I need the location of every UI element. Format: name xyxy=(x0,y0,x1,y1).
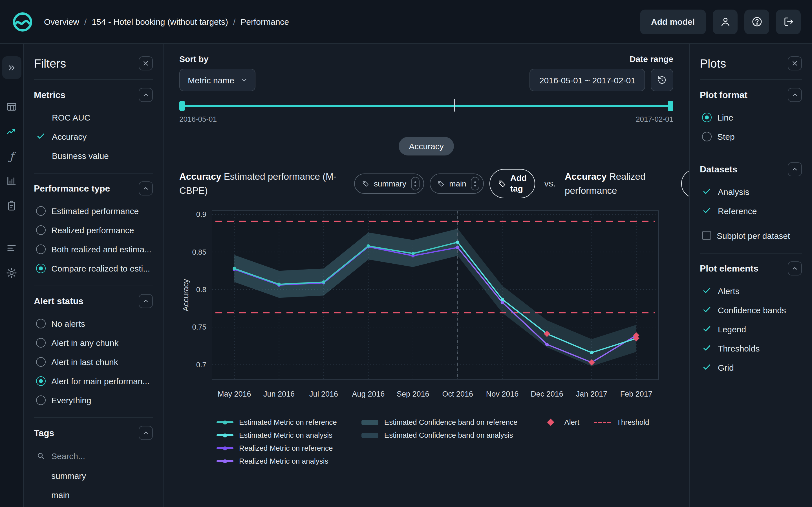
function-icon: ƒ xyxy=(10,151,13,162)
plot-format-option-line[interactable]: Line xyxy=(700,108,802,127)
plot-element-alerts[interactable]: Alerts xyxy=(700,281,802,300)
chevrons-right-icon xyxy=(7,63,16,72)
tag-pill-main[interactable]: main xyxy=(429,173,484,194)
tag-pill-handle xyxy=(471,177,479,190)
radio-icon xyxy=(36,395,46,405)
rail-summary-button[interactable] xyxy=(5,100,18,113)
add-model-button[interactable]: Add model xyxy=(640,9,706,34)
collapse-plot-format-button[interactable] xyxy=(788,88,802,102)
date-range-input[interactable]: 2016-05-01 ~ 2017-02-01 xyxy=(530,69,645,91)
rail-logs-button[interactable] xyxy=(5,242,18,255)
tag-pill-label: main xyxy=(449,179,466,188)
metric-pill[interactable]: Accuracy xyxy=(399,137,454,156)
tags-section-title: Tags xyxy=(34,428,54,438)
svg-text:0.8: 0.8 xyxy=(196,285,206,294)
alert-status-option[interactable]: Alert for main performan... xyxy=(34,371,153,390)
performance-type-option[interactable]: Estimated performance xyxy=(34,201,153,220)
breadcrumb-overview[interactable]: Overview xyxy=(44,17,79,26)
plot-format-option-step[interactable]: Step xyxy=(700,127,802,146)
radio-icon xyxy=(36,225,46,235)
user-account-button[interactable] xyxy=(713,9,738,34)
legend-item-alert: Alert xyxy=(542,418,579,427)
svg-text:Jan 2017: Jan 2017 xyxy=(576,390,607,398)
tag-pill-summary[interactable]: summary xyxy=(354,173,424,194)
svg-text:Oct 2016: Oct 2016 xyxy=(442,390,473,398)
toolbar: Sort by Metric name Date range 2016-05-0… xyxy=(179,54,673,91)
svg-text:Jul 2016: Jul 2016 xyxy=(309,390,338,398)
slider-end-date: 2017-02-01 xyxy=(636,115,673,123)
expand-sidebar-button[interactable] xyxy=(2,56,21,79)
rail-report-button[interactable] xyxy=(5,200,18,212)
performance-type-option[interactable]: Both realized and estima... xyxy=(34,239,153,259)
checkbox-icon xyxy=(702,231,711,240)
collapse-metrics-button[interactable] xyxy=(139,88,153,102)
plot-element-confidence-bands[interactable]: Confidence bands xyxy=(700,300,802,320)
rail-settings-button[interactable] xyxy=(5,267,18,279)
radio-icon xyxy=(36,357,46,367)
clipboard-icon xyxy=(6,200,17,212)
reset-date-range-button[interactable] xyxy=(651,69,673,91)
check-icon xyxy=(702,305,712,315)
divider xyxy=(700,154,802,154)
close-plots-button[interactable] xyxy=(788,56,802,70)
help-button[interactable] xyxy=(744,9,769,34)
metric-option-business-value[interactable]: Business value xyxy=(34,146,153,165)
svg-text:0.9: 0.9 xyxy=(196,210,206,219)
close-icon xyxy=(142,60,149,67)
sort-by-select[interactable]: Metric name xyxy=(179,69,255,91)
alert-status-option[interactable]: Alert in any chunk xyxy=(34,333,153,352)
alert-diamond-icon xyxy=(547,418,554,426)
breadcrumb-performance[interactable]: Performance xyxy=(241,17,289,26)
app-logo-icon[interactable] xyxy=(11,10,34,33)
chevron-up-icon xyxy=(142,91,149,99)
alert-status-option[interactable]: Alert in last chunk xyxy=(34,352,153,371)
tags-search-input[interactable] xyxy=(50,450,135,461)
metric-option-roc-auc[interactable]: ROC AUC xyxy=(34,108,153,127)
option-label: Step xyxy=(717,131,735,141)
performance-type-option[interactable]: Compare realized to esti... xyxy=(34,259,153,278)
collapse-alert-status-button[interactable] xyxy=(139,294,153,308)
slider-handle-end[interactable] xyxy=(668,101,673,111)
subplot-per-dataset-option[interactable]: Subplot per dataset xyxy=(700,226,802,245)
dataset-option-reference[interactable]: Reference xyxy=(700,201,802,220)
slider-track[interactable] xyxy=(179,105,673,107)
collapse-performance-type-button[interactable] xyxy=(139,181,153,195)
breadcrumb-model[interactable]: 154 - Hotel booking (without targets) xyxy=(92,17,228,26)
slider-handle-start[interactable] xyxy=(179,101,185,111)
metric-option-accuracy[interactable]: Accuracy xyxy=(34,127,153,146)
navbar-actions: Add model xyxy=(640,9,801,34)
check-icon xyxy=(702,186,712,196)
svg-text:Nov 2016: Nov 2016 xyxy=(486,390,519,398)
plot-element-thresholds[interactable]: Thresholds xyxy=(700,339,802,358)
legend-item: Estimated Confidence band on reference xyxy=(362,418,518,427)
collapse-datasets-button[interactable] xyxy=(788,162,802,176)
tag-filter-summary[interactable]: summary xyxy=(34,466,153,485)
rail-distribution-button[interactable] xyxy=(5,175,18,187)
plot-element-grid[interactable]: Grid xyxy=(700,358,802,377)
plot-element-legend[interactable]: Legend xyxy=(700,320,802,339)
rail-performance-button[interactable] xyxy=(5,125,18,138)
alert-status-option[interactable]: No alerts xyxy=(34,314,153,333)
logout-button[interactable] xyxy=(776,9,801,34)
tags-search xyxy=(34,446,153,466)
logout-icon xyxy=(782,16,794,27)
breadcrumb-separator: / xyxy=(84,17,87,26)
check-icon xyxy=(702,206,712,216)
performance-type-option[interactable]: Realized performance xyxy=(34,220,153,239)
alert-status-option[interactable]: Everything xyxy=(34,390,153,409)
threshold-dash-icon xyxy=(594,421,611,423)
option-label: No alerts xyxy=(51,319,85,328)
chart-legend: Estimated Metric on reference Estimated … xyxy=(179,418,673,465)
collapse-tags-button[interactable] xyxy=(139,426,153,440)
metric-option-label: Business value xyxy=(52,151,109,160)
close-filters-button[interactable] xyxy=(139,56,153,70)
dataset-option-analysis[interactable]: Analysis xyxy=(700,182,802,201)
add-tag-button-left[interactable]: Addtag xyxy=(490,169,535,198)
svg-text:Aug 2016: Aug 2016 xyxy=(352,390,385,398)
tag-filter-main[interactable]: main xyxy=(34,485,153,504)
legend-item: Estimated Confidence band on analysis xyxy=(362,431,518,439)
performance-type-section-title: Performance type xyxy=(34,183,110,193)
divider xyxy=(700,79,802,80)
collapse-plot-elements-button[interactable] xyxy=(788,262,802,276)
rail-function-button[interactable]: ƒ xyxy=(5,150,18,163)
